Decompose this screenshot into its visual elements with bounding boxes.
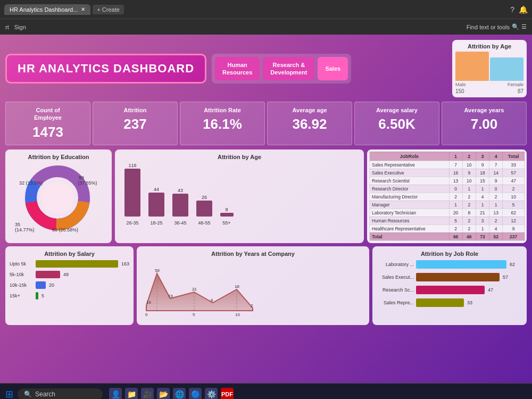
svg-text:(37.55%): (37.55%) [78, 180, 97, 186]
nav-bar: rt Sign Find text or tools 🔍 ☰ [0, 19, 532, 35]
find-tools-label: Find text or tools [467, 24, 510, 30]
job-val-cell-7-1: 2 [462, 217, 476, 225]
svg-rect-12 [148, 193, 164, 217]
dept-rd-button[interactable]: Research &Development [263, 57, 314, 81]
years-chart-card: Attrition by Years at Company 16 59 [137, 246, 369, 325]
taskbar-edge-icon[interactable]: 🔵 [189, 388, 202, 400]
find-tools[interactable]: Find text or tools 🔍 ☰ [467, 23, 527, 30]
kpi-employee-value: 1473 [10, 124, 86, 140]
svg-text:59: 59 [155, 268, 160, 273]
job-val-cell-8-0: 2 [449, 225, 462, 232]
browser-chrome: HR Analytics Dashboard... ✕ + Create ? 🔔 [0, 0, 532, 19]
svg-text:26-35: 26-35 [126, 220, 138, 226]
female-count: 87 [518, 88, 523, 94]
job-val-cell-8-4: 9 [503, 225, 525, 232]
svg-text:19: 19 [168, 294, 173, 298]
jobrole-col-header: JobRole [370, 152, 450, 161]
svg-text:18-25: 18-25 [150, 220, 162, 226]
svg-text:55+: 55+ [222, 220, 230, 226]
taskbar-chrome-icon[interactable]: 🌐 [173, 388, 186, 400]
taskbar-search-bar[interactable]: 🔍 Search [18, 388, 103, 400]
tab-close-icon[interactable]: ✕ [81, 6, 85, 12]
job-val-cell-1-2: 18 [476, 169, 489, 177]
job-val-cell-6-2: 21 [476, 209, 489, 217]
taskbar-search-icon: 🔍 [24, 390, 32, 398]
job-val-cell-5-1: 2 [462, 201, 476, 209]
kpi-avg-salary: Average salary 6.50K [354, 102, 439, 145]
age-labels: Male Female [455, 82, 523, 87]
job-val-cell-7-2: 3 [476, 217, 489, 225]
svg-text:35: 35 [15, 222, 20, 227]
attrition-age-title: Attrition by Age [455, 43, 523, 49]
job-val-cell-2-4: 47 [503, 177, 525, 185]
male-count: 150 [455, 88, 464, 94]
active-tab[interactable]: HR Analytics Dashboard... ✕ [4, 4, 90, 15]
jobrole-bar-4 [416, 298, 464, 307]
taskbar: ⊞ 🔍 Search 👤 📁 🎥 📂 🌐 🔵 ⚙️ PDF [0, 383, 532, 399]
nav-sign[interactable]: Sign [14, 24, 26, 30]
salary-row-4: 15k+ 5 [10, 292, 129, 300]
job-val-cell-9-1: 46 [462, 232, 476, 240]
taskbar-settings-icon[interactable]: ⚙️ [205, 388, 218, 400]
windows-logo-icon[interactable]: ⊞ [5, 388, 13, 400]
job-role-table: JobRole 1 2 3 4 Total Sales Representati… [369, 152, 525, 241]
salary-bar-3 [36, 281, 46, 289]
job-val-cell-8-1: 2 [462, 225, 476, 232]
kpi-employee-count: Count ofEmployee 1473 [5, 102, 90, 145]
svg-text:63 (26.58%): 63 (26.58%) [52, 227, 78, 232]
salary-bar-1 [36, 260, 118, 268]
job-role-cell-6: Laboratory Technician [370, 209, 450, 217]
job-val-cell-0-3: 7 [489, 161, 503, 169]
svg-text:16: 16 [146, 300, 151, 305]
svg-rect-11 [124, 169, 140, 217]
dashboard-title: HR ANALYTICS DASHBOARD [5, 54, 206, 84]
job-val-cell-5-0: 1 [449, 201, 462, 209]
salary-row-2: 5k-10k 49 [10, 271, 129, 278]
jobrole-bar-1 [416, 260, 506, 269]
job-val-cell-1-0: 16 [449, 169, 462, 177]
taskbar-file-icon[interactable]: 📁 [125, 388, 138, 400]
salary-row-3: 10k-15k 20 [10, 281, 129, 289]
jobrole-bars: Laboratory ... 62 Sales Execut... 57 Res… [377, 260, 522, 307]
nav-back[interactable]: rt [5, 24, 9, 30]
job-val-cell-0-2: 9 [476, 161, 489, 169]
education-donut-svg: 32 (13.5%) 89 (37.55%) 35 (14.77%) 63 (2… [10, 163, 105, 232]
svg-rect-13 [172, 194, 188, 217]
jobrole-chart-card: Attrition by Job Role Laboratory ... 62 … [372, 246, 527, 325]
job-role-cell-5: Manager [370, 201, 450, 209]
job-val-cell-5-3: 1 [489, 201, 503, 209]
job-val-cell-3-4: 2 [503, 185, 525, 193]
col3-header: 3 [476, 152, 489, 161]
age-legend: 150 87 [455, 88, 523, 94]
salary-label-3: 10k-15k [10, 282, 34, 288]
age-bars [455, 52, 523, 81]
help-icon[interactable]: ? [510, 5, 514, 14]
job-val-cell-1-4: 57 [503, 169, 525, 177]
job-role-table-card: JobRole 1 2 3 4 Total Sales Representati… [367, 149, 527, 243]
salary-chart-title: Attrition by Salary [10, 251, 129, 257]
taskbar-video-icon[interactable]: 🎥 [141, 388, 154, 400]
age-bar-female [490, 57, 523, 81]
bottom-charts: Attrition by Salary Upto 5k 163 5k-10k 4… [5, 246, 527, 325]
taskbar-folder-icon[interactable]: 📂 [157, 388, 170, 400]
dept-hr-button[interactable]: HumanResources [215, 57, 260, 81]
svg-text:18: 18 [235, 284, 239, 289]
job-role-cell-3: Research Director [370, 185, 450, 193]
jobrole-value-1: 62 [510, 262, 515, 267]
taskbar-user-icon[interactable]: 👤 [109, 388, 122, 400]
job-val-cell-2-1: 10 [462, 177, 476, 185]
kpi-attrition: Attrition 237 [93, 102, 178, 145]
new-tab-button[interactable]: + Create [93, 5, 124, 14]
job-role-cell-8: Healthcare Representative [370, 225, 450, 232]
kpi-avg-years-value: 7.00 [446, 116, 522, 132]
jobrole-label-3: Research Sc... [377, 287, 414, 293]
job-val-cell-4-0: 2 [449, 193, 462, 201]
job-role-cell-0: Sales Representative [370, 161, 450, 169]
notification-icon[interactable]: 🔔 [519, 5, 528, 14]
middle-charts-row: Attrition by Education 32 (13.5%) 89 (37… [5, 149, 527, 243]
taskbar-pdf-icon[interactable]: PDF [221, 388, 234, 400]
job-val-cell-9-2: 73 [476, 232, 489, 240]
dept-sales-button[interactable]: Sales [318, 57, 348, 81]
salary-label-1: Upto 5k [10, 261, 34, 267]
job-val-cell-8-3: 4 [489, 225, 503, 232]
